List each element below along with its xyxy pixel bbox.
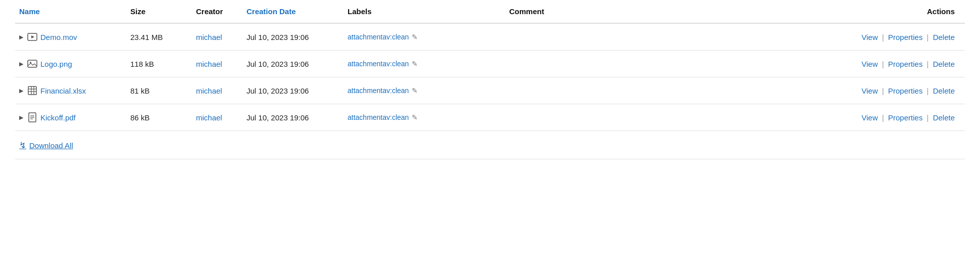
actions-cell: View | Properties | Delete [657,77,965,104]
download-all-row: ↯ Download All [15,131,965,159]
file-size: 86 kB [126,104,192,131]
edit-label-icon[interactable]: ✎ [412,113,418,121]
action-delete[interactable]: Delete [933,33,955,41]
edit-label-icon[interactable]: ✎ [412,60,418,68]
expand-arrow-1[interactable]: ▶ [19,61,23,67]
creation-date: Jul 10, 2023 19:06 [242,51,344,77]
col-comment: Comment [505,0,657,23]
file-name-link[interactable]: Logo.png [40,60,72,68]
action-separator: | [924,33,930,41]
action-view[interactable]: View [862,86,878,95]
comment-cell [505,51,657,77]
file-name-link[interactable]: Demo.mov [40,33,77,41]
col-name[interactable]: Name [15,0,126,23]
creation-date: Jul 10, 2023 19:06 [242,77,344,104]
action-delete[interactable]: Delete [933,86,955,95]
svg-point-3 [30,62,31,63]
action-view[interactable]: View [862,33,878,41]
action-separator: | [880,86,886,95]
label-tag: attachmentav:clean [348,33,409,41]
file-icon-0 [27,32,37,42]
action-view[interactable]: View [862,113,878,122]
label-tag: attachmentav:clean [348,86,409,95]
creator-link[interactable]: michael [196,113,222,122]
creator-link[interactable]: michael [196,33,222,41]
col-labels: Labels [344,0,505,23]
comment-cell [505,23,657,51]
creation-date: Jul 10, 2023 19:06 [242,104,344,131]
actions-cell: View | Properties | Delete [657,104,965,131]
action-separator: | [880,60,886,68]
col-creation-date[interactable]: Creation Date [242,0,344,23]
action-properties[interactable]: Properties [888,86,922,95]
col-actions: Actions [657,0,965,23]
file-icon-1 [27,59,37,69]
download-all-label: Download All [29,141,73,150]
file-size: 23.41 MB [126,23,192,51]
download-all-button[interactable]: ↯ Download All [19,140,959,151]
table-row: ▶ Demo.mov 23.41 MBmichaelJul 10, 2023 1… [15,23,965,51]
creator-link[interactable]: michael [196,60,222,68]
label-tag: attachmentav:clean [348,113,409,121]
action-properties[interactable]: Properties [888,113,922,122]
action-view[interactable]: View [862,60,878,68]
table-row: ▶ Financial.xlsx 81 kBmichaelJul 10, 202… [15,77,965,104]
action-separator: | [924,86,930,95]
file-name-link[interactable]: Kickoff.pdf [40,113,76,122]
edit-label-icon[interactable]: ✎ [412,33,418,41]
creation-date: Jul 10, 2023 19:06 [242,23,344,51]
action-delete[interactable]: Delete [933,60,955,68]
file-table-container: Name Size Creator Creation Date Labels C… [0,0,980,261]
download-all-cell: ↯ Download All [15,131,965,159]
action-separator: | [880,33,886,41]
file-icon-2 [27,85,37,96]
action-separator: | [924,60,930,68]
col-creator: Creator [192,0,242,23]
action-properties[interactable]: Properties [888,60,922,68]
expand-arrow-2[interactable]: ▶ [19,88,23,94]
label-tag: attachmentav:clean [348,60,409,68]
svg-rect-4 [28,86,36,95]
expand-arrow-0[interactable]: ▶ [19,34,23,40]
comment-cell [505,104,657,131]
file-size: 81 kB [126,77,192,104]
file-icon-3 [27,112,37,122]
file-table: Name Size Creator Creation Date Labels C… [15,0,965,131]
comment-cell [505,77,657,104]
expand-arrow-3[interactable]: ▶ [19,114,23,121]
creator-link[interactable]: michael [196,86,222,95]
svg-rect-2 [28,60,37,67]
col-size: Size [126,0,192,23]
actions-cell: View | Properties | Delete [657,51,965,77]
svg-marker-1 [31,35,34,38]
edit-label-icon[interactable]: ✎ [412,86,418,95]
action-separator: | [880,113,886,122]
action-separator: | [924,113,930,122]
action-delete[interactable]: Delete [933,113,955,122]
download-all-table: ↯ Download All [15,131,965,159]
file-name-link[interactable]: Financial.xlsx [40,86,86,95]
table-row: ▶ Logo.png 118 kBmichaelJul 10, 2023 19:… [15,51,965,77]
actions-cell: View | Properties | Delete [657,23,965,51]
table-row: ▶ Kickoff.pdf 86 kBmichaelJul 10, 2023 1… [15,104,965,131]
download-icon: ↯ [19,140,26,151]
table-header-row: Name Size Creator Creation Date Labels C… [15,0,965,23]
file-size: 118 kB [126,51,192,77]
action-properties[interactable]: Properties [888,33,922,41]
